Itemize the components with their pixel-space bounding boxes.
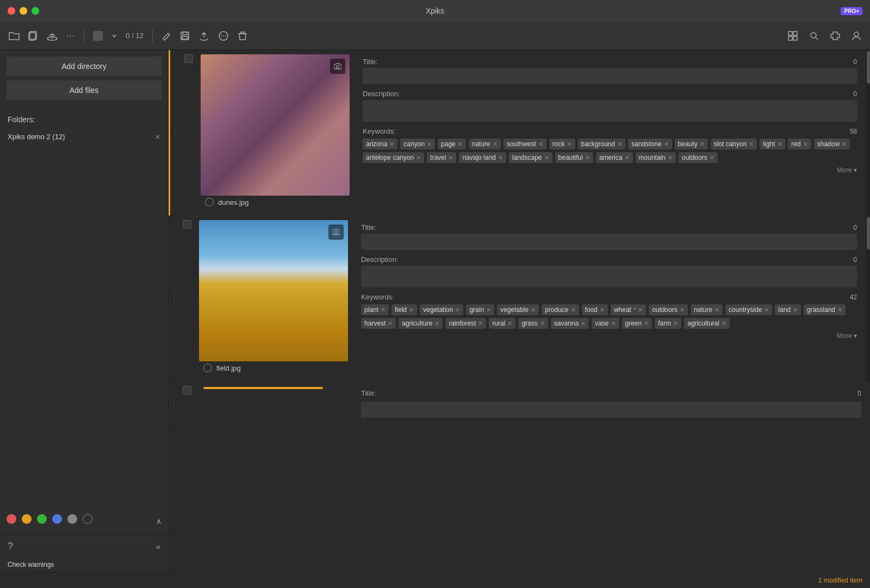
camera-icon-field[interactable]	[328, 224, 344, 240]
help-icon[interactable]: ?	[8, 541, 13, 552]
more-keywords-dunes[interactable]: More ▾	[363, 163, 857, 177]
remove-keyword-farm[interactable]: ✕	[673, 320, 678, 327]
remove-keyword-vegetation[interactable]: ✕	[455, 306, 460, 314]
add-directory-button[interactable]: Add directory	[7, 57, 161, 76]
drag-handle-dunes[interactable]: ⋮	[170, 50, 181, 215]
remove-keyword-outdoors2[interactable]: ✕	[680, 306, 685, 314]
remove-keyword-beautiful[interactable]: ✕	[585, 154, 590, 161]
remove-keyword-landscape[interactable]: ✕	[544, 154, 549, 161]
remove-keyword-shadow[interactable]: ✕	[842, 141, 847, 148]
remove-keyword-america[interactable]: ✕	[625, 154, 630, 161]
remove-keyword-rural[interactable]: ✕	[507, 320, 512, 327]
drag-handle-field[interactable]: ⋮	[169, 216, 179, 381]
remove-keyword-food[interactable]: ✕	[600, 306, 605, 314]
select-radio-field[interactable]	[203, 364, 212, 372]
remove-keyword-field[interactable]: ✕	[409, 306, 414, 314]
remove-keyword-agriculture[interactable]: ✕	[434, 320, 439, 327]
filter-dot-white[interactable]	[83, 514, 92, 524]
maximize-button[interactable]	[32, 7, 39, 15]
remove-keyword-beauty[interactable]: ✕	[700, 141, 705, 148]
remove-keyword-grass[interactable]: ✕	[540, 320, 545, 327]
row-scrollbar-field[interactable]	[866, 216, 870, 381]
remove-keyword-countryside[interactable]: ✕	[764, 306, 769, 314]
remove-keyword-harvest[interactable]: ✕	[388, 320, 393, 327]
remove-keyword-outdoors[interactable]: ✕	[710, 154, 714, 161]
scroll-thumb-dunes	[867, 51, 870, 84]
title-input-partial[interactable]	[361, 402, 861, 418]
folder-item-demo[interactable]: Xpiks demo 2 (12) ✕	[0, 128, 168, 145]
remove-keyword-nature[interactable]: ✕	[493, 141, 498, 148]
open-folder-icon[interactable]	[9, 31, 20, 41]
description-input-field[interactable]	[361, 266, 857, 287]
upload-icon[interactable]	[198, 31, 209, 41]
collapse-button[interactable]: ∧	[156, 517, 161, 526]
search-icon[interactable]	[809, 31, 819, 41]
remove-keyword-rainforest[interactable]: ✕	[478, 320, 483, 327]
remove-keyword-savanna[interactable]: ✕	[581, 320, 586, 327]
save-icon[interactable]	[180, 31, 190, 41]
select-checkbox-field[interactable]	[183, 220, 191, 229]
remove-keyword-land[interactable]: ✕	[793, 306, 798, 314]
select-radio-dunes[interactable]	[205, 198, 214, 207]
keyword-rainforest: rainforest ✕	[445, 318, 486, 329]
drag-handle-partial[interactable]: ⋮	[169, 381, 179, 426]
color-dropdown-icon[interactable]	[111, 33, 117, 39]
add-files-button[interactable]: Add files	[7, 80, 161, 100]
filter-dot-red[interactable]	[7, 514, 16, 524]
remove-keyword-wheat[interactable]: ✕	[638, 306, 643, 314]
remove-keyword-antelope-canyon[interactable]: ✕	[416, 154, 421, 161]
remove-keyword-plant[interactable]: ✕	[381, 306, 386, 314]
select-checkbox-partial[interactable]	[183, 386, 191, 395]
edit-icon[interactable]	[161, 31, 171, 41]
title-input-dunes[interactable]	[363, 68, 857, 84]
remove-keyword-grain[interactable]: ✕	[486, 306, 491, 314]
image-row-dunes: ⋮ dunes.jpg	[169, 50, 870, 216]
duplicate-icon[interactable]	[28, 31, 38, 41]
more-keywords-field[interactable]: More ▾	[361, 329, 857, 343]
delete-icon[interactable]	[238, 31, 247, 41]
filter-dot-gray[interactable]	[67, 514, 77, 524]
remove-keyword-slot-canyon[interactable]: ✕	[749, 141, 754, 148]
remove-keyword-southwest[interactable]: ✕	[538, 141, 543, 148]
description-input-dunes[interactable]	[363, 100, 857, 122]
remove-keyword-page[interactable]: ✕	[458, 141, 463, 148]
filter-dot-blue[interactable]	[52, 514, 62, 524]
filter-dot-green[interactable]	[37, 514, 47, 524]
main-layout: Add directory Add files Folders: Xpiks d…	[0, 50, 870, 572]
remove-keyword-background[interactable]: ✕	[617, 141, 622, 148]
remove-keyword-nature2[interactable]: ✕	[714, 306, 719, 314]
plugins-icon[interactable]	[830, 31, 841, 41]
folder-close-icon[interactable]: ✕	[155, 133, 160, 141]
close-button[interactable]	[8, 7, 15, 15]
remove-keyword-travel[interactable]: ✕	[448, 154, 453, 161]
grid-icon[interactable]	[787, 30, 798, 41]
color-selector[interactable]	[93, 31, 103, 41]
user-icon[interactable]	[852, 31, 861, 41]
title-field-dunes: Title: 0	[363, 58, 857, 84]
remove-keyword-light[interactable]: ✕	[777, 141, 782, 148]
minimize-button[interactable]	[20, 7, 27, 15]
menu-icon[interactable]	[218, 30, 229, 41]
row-scrollbar-dunes[interactable]	[866, 50, 870, 215]
remove-keyword-produce[interactable]: ✕	[571, 306, 576, 314]
remove-keyword-vegetable[interactable]: ✕	[531, 306, 536, 314]
remove-keyword-canyon[interactable]: ✕	[427, 141, 432, 148]
collapse-sidebar-icon[interactable]: «	[156, 542, 160, 551]
hat-icon[interactable]	[47, 31, 58, 41]
remove-keyword-agricultural[interactable]: ✕	[722, 320, 726, 327]
remove-keyword-red[interactable]: ✕	[803, 141, 808, 148]
remove-keyword-rock[interactable]: ✕	[567, 141, 572, 148]
remove-keyword-arizona[interactable]: ✕	[389, 141, 394, 148]
remove-keyword-grassland[interactable]: ✕	[837, 306, 842, 314]
filter-dot-yellow[interactable]	[22, 514, 32, 524]
remove-keyword-vase[interactable]: ✕	[611, 320, 616, 327]
remove-keyword-green[interactable]: ✕	[644, 320, 649, 327]
remove-keyword-mountain[interactable]: ✕	[668, 154, 673, 161]
select-checkbox-dunes[interactable]	[184, 54, 193, 63]
more-icon[interactable]: ···	[66, 31, 75, 41]
meta-panel-partial: Title: 0	[352, 381, 870, 426]
camera-icon-dunes[interactable]	[330, 59, 345, 74]
remove-keyword-navajo-land[interactable]: ✕	[498, 154, 503, 161]
title-input-field[interactable]	[361, 234, 857, 250]
remove-keyword-sandstone[interactable]: ✕	[664, 141, 669, 148]
